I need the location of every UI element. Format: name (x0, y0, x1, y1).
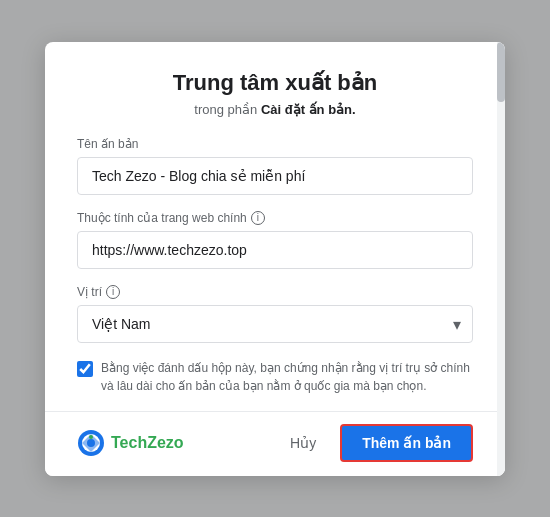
scrollbar-thumb[interactable] (497, 42, 505, 102)
checkbox-row: Bằng việc đánh dấu hộp này, bạn chứng nh… (77, 359, 473, 411)
location-info-icon[interactable]: i (106, 285, 120, 299)
cancel-button[interactable]: Hủy (278, 427, 328, 459)
checkbox-label: Bằng việc đánh dấu hộp này, bạn chứng nh… (101, 359, 473, 395)
field-website-label: Thuộc tính của trang web chính i (77, 211, 473, 225)
brand-logo-icon (77, 429, 105, 457)
dialog-footer: TechZezo Hủy Thêm ấn bản (45, 411, 505, 476)
svg-point-2 (87, 439, 95, 447)
field-location-label: Vị trí i (77, 285, 473, 299)
submit-button[interactable]: Thêm ấn bản (340, 424, 473, 462)
field-location-group: Vị trí i Việt Nam ▾ (77, 285, 473, 343)
svg-point-3 (89, 435, 93, 439)
dialog-title: Trung tâm xuất bản (77, 70, 473, 96)
field-website-input[interactable] (77, 231, 473, 269)
field-location-select[interactable]: Việt Nam (77, 305, 473, 343)
website-info-icon[interactable]: i (251, 211, 265, 225)
field-name-group: Tên ấn bản (77, 137, 473, 195)
certification-checkbox[interactable] (77, 361, 93, 377)
dialog-backdrop: Trung tâm xuất bản trong phần Cài đặt ấn… (0, 0, 550, 517)
footer-brand: TechZezo (77, 429, 184, 457)
dialog-subtitle: trong phần Cài đặt ấn bản. (77, 102, 473, 117)
brand-name: TechZezo (111, 434, 184, 452)
scrollbar-track (497, 42, 505, 476)
field-name-label: Tên ấn bản (77, 137, 473, 151)
field-website-group: Thuộc tính của trang web chính i (77, 211, 473, 269)
dialog: Trung tâm xuất bản trong phần Cài đặt ấn… (45, 42, 505, 476)
field-name-input[interactable] (77, 157, 473, 195)
select-wrapper: Việt Nam ▾ (77, 305, 473, 343)
footer-actions: Hủy Thêm ấn bản (278, 424, 473, 462)
